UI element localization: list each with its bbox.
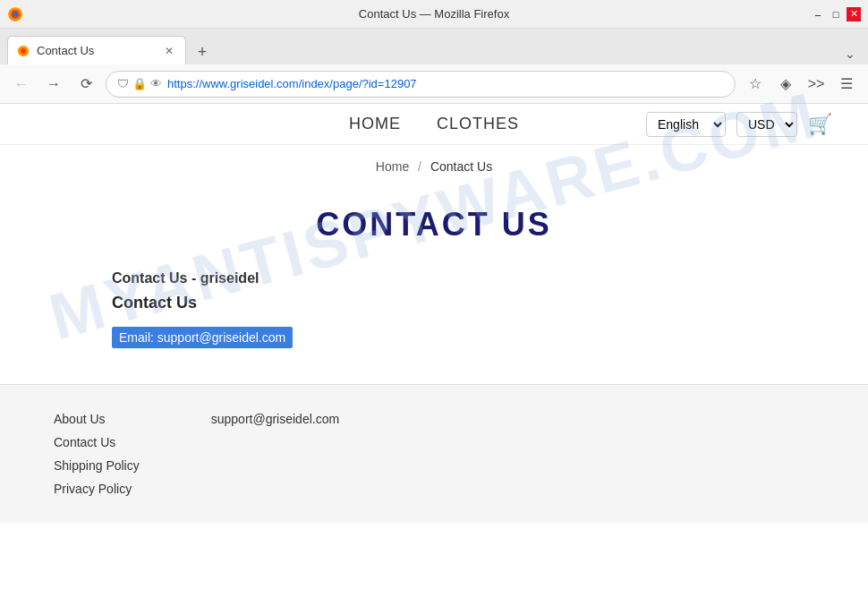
footer-shipping[interactable]: Shipping Policy — [54, 458, 140, 473]
bookmark-button[interactable]: ☆ — [743, 72, 768, 97]
lock-icon: 🔒 — [132, 77, 147, 90]
section-label: Contact Us - griseidel — [112, 270, 756, 286]
extensions-button[interactable]: >> — [804, 72, 829, 97]
tabbar: Contact Us ✕ + ⌄ — [0, 29, 868, 64]
nav-clothes[interactable]: CLOTHES — [437, 115, 519, 133]
breadcrumb: Home / Contact Us — [0, 145, 868, 188]
forward-button[interactable]: → — [41, 72, 66, 97]
reload-button[interactable]: ⟳ — [73, 72, 98, 97]
site-nav: HOME CLOTHES English French German Spani… — [0, 104, 868, 145]
pocket-button[interactable]: ◈ — [773, 72, 798, 97]
footer-email: support@griseidel.com — [211, 412, 339, 426]
cart-icon[interactable]: 🛒 — [808, 113, 832, 136]
language-select[interactable]: English French German Spanish — [646, 112, 726, 137]
tab-close-button[interactable]: ✕ — [162, 44, 176, 58]
tracking-icon: 👁 — [150, 77, 162, 90]
addressbar: ← → ⟳ 🛡 🔒 👁 https://www.griseidel.com/in… — [0, 64, 868, 104]
currency-select[interactable]: USD EUR GBP — [736, 112, 797, 137]
footer-links-col: About Us Contact Us Shipping Policy Priv… — [54, 412, 140, 496]
url-text: https://www.griseidel.com/index/page/?id… — [167, 77, 724, 90]
breadcrumb-current: Contact Us — [430, 159, 492, 174]
site-footer: About Us Contact Us Shipping Policy Priv… — [0, 384, 868, 523]
minimize-button[interactable]: – — [811, 7, 825, 21]
svg-point-4 — [21, 47, 26, 53]
email-link[interactable]: Email: support@griseidel.com — [112, 327, 293, 348]
titlebar: Contact Us — Mozilla Firefox – □ ✕ — [0, 0, 868, 29]
footer-contact-col: support@griseidel.com — [211, 412, 339, 496]
nav-home[interactable]: HOME — [349, 115, 401, 133]
window-title: Contact Us — Mozilla Firefox — [359, 7, 509, 21]
menu-button[interactable]: ☰ — [834, 72, 859, 97]
new-tab-button[interactable]: + — [190, 39, 215, 64]
firefox-icon — [7, 6, 23, 22]
tab-favicon — [17, 45, 30, 57]
breadcrumb-home[interactable]: Home — [376, 159, 409, 174]
tab-list-button[interactable]: ⌄ — [839, 43, 861, 64]
svg-point-2 — [13, 12, 18, 17]
footer-privacy[interactable]: Privacy Policy — [54, 482, 140, 496]
shield-icon: 🛡 — [117, 77, 129, 90]
active-tab[interactable]: Contact Us ✕ — [7, 36, 186, 64]
address-box[interactable]: 🛡 🔒 👁 https://www.griseidel.com/index/pa… — [106, 71, 736, 98]
page-title: CONTACT US — [0, 188, 868, 270]
back-button[interactable]: ← — [9, 72, 34, 97]
maximize-button[interactable]: □ — [829, 7, 843, 21]
footer-about[interactable]: About Us — [54, 412, 140, 426]
contact-heading: Contact Us — [112, 294, 756, 312]
footer-contact[interactable]: Contact Us — [54, 435, 140, 449]
content-area: Contact Us - griseidel Contact Us Email:… — [76, 270, 792, 384]
breadcrumb-separator: / — [418, 159, 421, 174]
tab-title: Contact Us — [37, 44, 94, 57]
website-content: MYANTISPYWARE.COM HOME CLOTHES English F… — [0, 104, 868, 598]
close-button[interactable]: ✕ — [847, 7, 861, 21]
